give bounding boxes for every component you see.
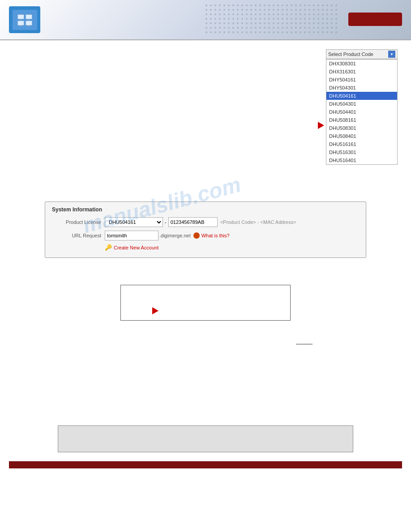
- dot: [273, 18, 274, 20]
- logo-inner: [13, 10, 37, 30]
- dot: [322, 31, 324, 33]
- dot: [206, 9, 207, 11]
- dot: [219, 4, 221, 6]
- dot: [214, 27, 216, 29]
- dot: [326, 31, 328, 33]
- bottom-box-container: [9, 408, 402, 452]
- dot: [246, 13, 248, 15]
- dropdown-item-dhy504161[interactable]: DHY504161: [326, 76, 397, 84]
- dot: [295, 9, 297, 11]
- dot: [282, 22, 283, 24]
- dot: [273, 9, 274, 11]
- header-red-button[interactable]: [348, 13, 402, 26]
- create-account-link[interactable]: Create New Account: [114, 245, 158, 250]
- dot: [277, 18, 279, 20]
- dot: [282, 31, 283, 33]
- dot: [237, 18, 239, 20]
- dot: [264, 4, 265, 6]
- logo-row-bottom: [17, 21, 32, 26]
- dropdown-item-dhx308301[interactable]: DHX308301: [326, 60, 397, 68]
- dot: [326, 4, 328, 6]
- dot: [219, 13, 221, 15]
- dot: [255, 31, 257, 33]
- dot: [259, 13, 261, 15]
- dropdown-item-dhu508301[interactable]: DHU508301: [326, 124, 397, 132]
- url-request-label: URL Request: [52, 233, 101, 238]
- dot: [259, 18, 261, 20]
- large-text-box: [120, 285, 291, 321]
- dot: [313, 13, 315, 15]
- large-text-box-container: [9, 271, 402, 330]
- product-license-select[interactable]: DHU504161: [105, 217, 163, 227]
- dot: [214, 13, 216, 15]
- dot: [317, 9, 319, 11]
- dot: [241, 4, 243, 6]
- dot: [277, 27, 279, 29]
- dot: [300, 27, 301, 29]
- system-info-title: System Information: [52, 206, 359, 213]
- dot: [295, 13, 297, 15]
- dot: [304, 13, 306, 15]
- dot: [313, 31, 315, 33]
- dot: [210, 13, 212, 15]
- dot: [282, 13, 283, 15]
- dot: [304, 22, 306, 24]
- dropdown-item-dhu504301[interactable]: DHU504301: [326, 100, 397, 108]
- dot: [232, 9, 234, 11]
- monitor-icon-3: [17, 21, 24, 26]
- dot: [291, 9, 292, 11]
- dot: [246, 18, 248, 20]
- dot: [228, 9, 230, 11]
- dot: [210, 31, 212, 33]
- dot: [331, 9, 333, 11]
- dot: [264, 9, 265, 11]
- product-code-dropdown-list: DHX308301 DHX316301 DHY504161 DHY504301 …: [326, 59, 398, 165]
- dot: [268, 31, 270, 33]
- dot: [219, 9, 221, 11]
- dropdown-item-dhu508401[interactable]: DHU508401: [326, 132, 397, 140]
- dot: [295, 18, 297, 20]
- dropdown-item-dhu516301[interactable]: DHU516301: [326, 148, 397, 156]
- what-is-this-link[interactable]: What is this?: [201, 233, 230, 238]
- dot: [210, 18, 212, 20]
- key-icon: 🔑: [105, 244, 112, 251]
- dot: [246, 22, 248, 24]
- header: // Generate dots inline for (let i = 0; …: [0, 0, 411, 40]
- dot: [331, 22, 333, 24]
- dot: [268, 22, 270, 24]
- url-request-row: URL Request .digimerge.net What is this?: [52, 231, 359, 240]
- dot: [308, 13, 310, 15]
- dot: [246, 9, 248, 11]
- dot: [214, 18, 216, 20]
- dot: [322, 4, 324, 6]
- dot: [255, 22, 257, 24]
- dropdown-item-dhx316301[interactable]: DHX316301: [326, 68, 397, 76]
- logo: [9, 6, 40, 33]
- dot: [308, 4, 310, 6]
- product-code-select-header[interactable]: Select Product Code ▼: [326, 49, 398, 59]
- dropdown-arrow-icon: ▼: [388, 51, 395, 58]
- mac-address-input[interactable]: [168, 217, 218, 227]
- dot: [250, 4, 252, 6]
- dropdown-item-dhu508161[interactable]: DHU508161: [326, 116, 397, 124]
- dot: [317, 18, 319, 20]
- dropdown-item-dhu504401[interactable]: DHU504401: [326, 108, 397, 116]
- dot: [295, 22, 297, 24]
- dot: [308, 22, 310, 24]
- dot: [335, 22, 337, 24]
- dropdown-item-dhu516161[interactable]: DHU516161: [326, 140, 397, 148]
- dot: [268, 9, 270, 11]
- dropdown-item-dhu504161[interactable]: DHU504161: [326, 92, 397, 100]
- dot: [313, 4, 315, 6]
- logo-row-top: [17, 14, 32, 19]
- url-request-input[interactable]: [105, 231, 158, 240]
- dot: [241, 13, 243, 15]
- dot: [300, 22, 301, 24]
- dot: [255, 4, 257, 6]
- create-account-row: 🔑 Create New Account: [105, 244, 359, 251]
- dot: [228, 4, 230, 6]
- dot: [295, 27, 297, 29]
- dropdown-item-dhu516401[interactable]: DHU516401: [326, 156, 397, 164]
- dropdown-item-dhy504301[interactable]: DHY504301: [326, 84, 397, 92]
- dot: [308, 31, 310, 33]
